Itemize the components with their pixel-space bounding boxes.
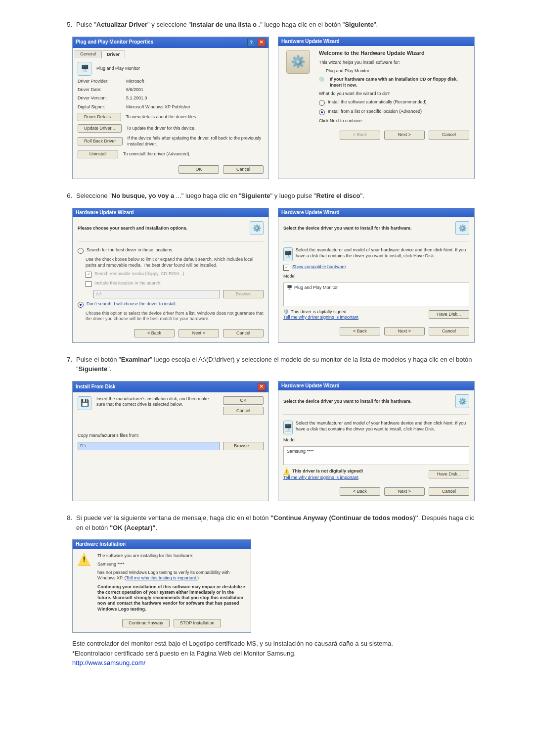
dialog-title-bar: Hardware Update Wizard (278, 381, 474, 391)
update-driver-button[interactable]: Update Driver... (78, 124, 122, 133)
dialog-title: Hardware Update Wizard (281, 210, 340, 216)
text: ". (107, 365, 111, 373)
path-field[interactable]: A:\ (93, 290, 220, 298)
header-text: Please choose your search and installati… (78, 226, 187, 231)
text: ". (360, 192, 364, 199)
bold-text: Siguiente (241, 192, 270, 199)
radio-dont-search[interactable]: Don't search. I will choose the driver t… (78, 301, 264, 308)
unsigned-text: This driver is not digitally signed! (292, 469, 363, 474)
header-text: Select the device driver you want to ins… (283, 226, 412, 231)
next-button[interactable]: Next > (384, 131, 425, 139)
ok-button[interactable]: OK (223, 396, 264, 405)
value: 5.1.2001.0 (126, 95, 147, 101)
bold-text: No busque, yo voy a (112, 192, 174, 199)
signing-link[interactable]: Tell me why driver signing is important (283, 475, 363, 480)
radio-label: Don't search. I will choose the driver t… (87, 301, 177, 307)
device-name: Samsung **** (97, 562, 246, 567)
tab-general[interactable]: General (75, 50, 101, 58)
label: Digital Signer: (78, 104, 121, 110)
text: To view details about the driver files. (126, 114, 264, 120)
cancel-button[interactable]: Cancel (429, 327, 469, 335)
samsung-link[interactable]: http://www.samsung.com/ (72, 659, 145, 666)
next-button[interactable]: Next > (178, 329, 219, 337)
tab-driver[interactable]: Driver (101, 50, 125, 58)
cancel-button[interactable]: Cancel (429, 131, 469, 139)
have-disk-button[interactable]: Have Disk... (429, 310, 469, 319)
browse-button[interactable]: Browse (223, 290, 264, 298)
wizard-small-icon: ⚙️ (455, 394, 469, 408)
check-show-compatible[interactable]: ✓Show compatible hardware (283, 264, 469, 271)
check-label: Search removable media (floppy, CD-ROM..… (94, 271, 184, 277)
help-icon[interactable]: ? (247, 39, 255, 47)
properties-dialog: Plug and Play Monitor Properties ? ✕ Gen… (72, 37, 269, 180)
check-location[interactable]: Include this location in the search: (78, 281, 264, 287)
text: To update the driver for this device. (127, 126, 264, 131)
step-number: 7. (59, 355, 76, 374)
label: Driver Date: (78, 87, 121, 93)
check-media[interactable]: ✓Search removable media (floppy, CD-ROM.… (78, 271, 264, 278)
note: Use the check boxes below to limit or ex… (78, 257, 264, 268)
bold-text: "Continue Anyway (Continuar de todos mod… (270, 514, 418, 521)
next-button[interactable]: Next > (384, 327, 425, 335)
model-list[interactable]: 🖥️Plug and Play Monitor (283, 283, 469, 306)
rollback-driver-button[interactable]: Roll Back Driver (78, 137, 123, 145)
wizard-select-driver-unsigned: Hardware Update Wizard Select the device… (278, 381, 475, 501)
cancel-button[interactable]: Cancel (223, 165, 264, 174)
dialog-title: Plug and Play Monitor Properties (76, 39, 153, 46)
radio-list[interactable]: Install from a list or specific location… (319, 109, 469, 115)
text: Pulse " (76, 21, 96, 28)
cd-note: If your hardware came with an installati… (330, 77, 469, 88)
back-button[interactable]: < Back (134, 329, 175, 337)
cancel-button[interactable]: Cancel (223, 329, 264, 337)
model-item: Samsung **** (287, 449, 314, 454)
back-button[interactable]: < Back (340, 487, 380, 496)
browse-button[interactable]: Browse... (223, 442, 264, 450)
check-label: Show compatible hardware (292, 264, 346, 270)
dialog-title: Hardware Update Wizard (281, 39, 340, 45)
step5-text: 5. Pulse "Actualizar Driver" y seleccion… (59, 20, 475, 30)
have-disk-button[interactable]: Have Disk... (429, 470, 469, 478)
dialog-title-bar: Plug and Play Monitor Properties ? ✕ (73, 37, 268, 48)
dialog-title: Hardware Update Wizard (281, 383, 340, 389)
radio-auto[interactable]: Install the software automatically (Reco… (319, 99, 469, 106)
stop-installation-button[interactable]: STOP Installation (174, 619, 221, 627)
step6-text: 6. Seleccione "No busque, yo voy a ..." … (59, 191, 475, 201)
uninstall-button[interactable]: Uninstall (78, 150, 118, 158)
signed-icon: 🛡️ (283, 309, 289, 315)
back-button[interactable]: < Back (340, 131, 380, 139)
next-button[interactable]: Next > (384, 487, 425, 496)
bold-text: "OK (Aceptar)" (110, 524, 156, 531)
dialog-title: Hardware Update Wizard (76, 210, 134, 216)
step-number: 5. (59, 20, 76, 30)
step-8: 8. Si puede ver la siguiente ventana de … (59, 513, 475, 668)
cancel-button[interactable]: Cancel (223, 407, 264, 415)
text: Insert the manufacturer's installation d… (96, 396, 218, 416)
signing-link[interactable]: Tell me why driver signing is important (283, 315, 358, 320)
bold-text: Examinar (121, 356, 150, 363)
text: This wizard helps you install software f… (319, 60, 469, 65)
text: Si puede ver la siguiente ventana de men… (76, 514, 270, 521)
model-icon: 🖥️ (287, 285, 292, 290)
back-button[interactable]: < Back (340, 327, 380, 335)
model-list[interactable]: Samsung **** (283, 446, 469, 465)
text: If the device fails after updating the d… (128, 136, 264, 147)
logo-testing-link[interactable]: Tell me why this testing is important. (126, 575, 197, 580)
path-field[interactable]: D:\ (78, 442, 220, 450)
radio-search[interactable]: Search for the best driver in these loca… (78, 247, 264, 254)
cancel-button[interactable]: Cancel (429, 487, 469, 496)
ok-button[interactable]: OK (178, 165, 219, 174)
close-icon[interactable]: ✕ (258, 383, 266, 391)
prompt: What do you want the wizard to do? (319, 91, 469, 96)
close-icon[interactable]: ✕ (258, 39, 266, 47)
signed-text: This driver is digitally signed. (291, 309, 348, 315)
continue-anyway-button[interactable]: Continue Anyway (122, 619, 170, 627)
device-name: Plug and Play Monitor (96, 66, 140, 71)
hardware-installation-dialog: Hardware Installation ! The software you… (72, 539, 251, 633)
driver-details-button[interactable]: Driver Details... (78, 113, 121, 121)
disk-icon: 💾 (78, 396, 91, 410)
text: To uninstall the driver (Advanced). (123, 151, 264, 157)
wizard-icon: ⚙️ (286, 50, 310, 74)
wizard-heading: Welcome to the Hardware Update Wizard (319, 50, 469, 57)
step-6: 6. Seleccione "No busque, yo voy a ..." … (59, 191, 475, 343)
label: Driver Version: (78, 95, 121, 101)
